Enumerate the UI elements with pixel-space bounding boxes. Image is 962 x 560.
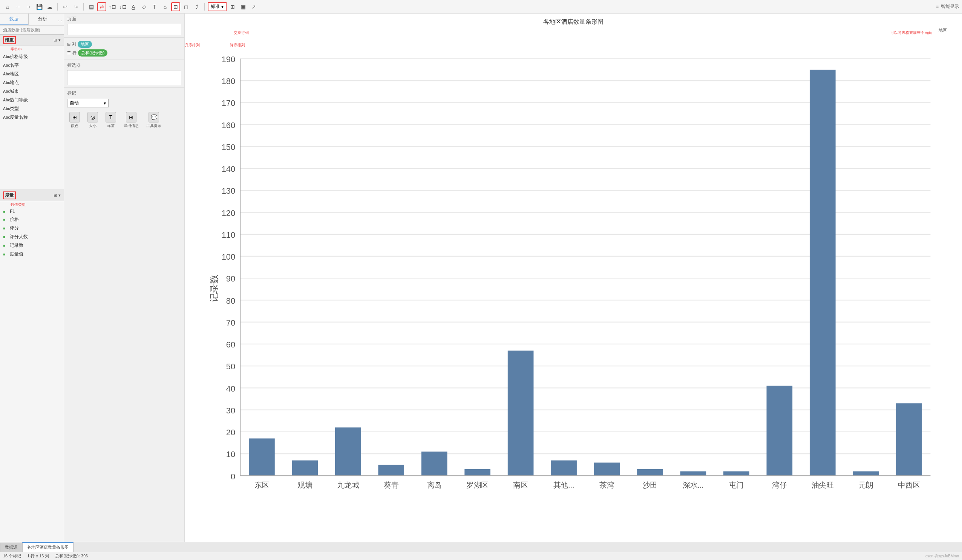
dimension-item-6[interactable]: Abc类型	[0, 104, 64, 113]
bar-2[interactable]	[335, 428, 361, 476]
main-area: 数据 分析 … 酒店数据 (酒店数据) 维度 ⊞ ▾ 字符串 Abc价格等级Ab…	[0, 14, 962, 542]
chart-title: 各地区酒店数量条形图	[185, 14, 962, 27]
bar-1[interactable]	[292, 460, 318, 476]
rows-label: 行	[73, 50, 76, 56]
dimension-item-1[interactable]: Abc名字	[0, 61, 64, 70]
filter-shelf[interactable]	[67, 70, 181, 85]
svg-text:110: 110	[222, 230, 235, 239]
sort-asc-btn[interactable]: ↑⊟	[108, 2, 117, 11]
dimension-item-4[interactable]: Abc城市	[0, 87, 64, 96]
redo-btn[interactable]: ↪	[71, 2, 80, 11]
measure-icons: ⊞ ▾	[53, 193, 61, 198]
dim-label: 度量名称	[10, 114, 28, 121]
back-btn[interactable]: ←	[14, 2, 23, 11]
middle-panel: 页面 ⊞ 列 地区 ☰ 行 总和(记录数) 筛选器 标记 自动	[64, 14, 185, 542]
measure-item-4[interactable]: ■记录数	[0, 241, 64, 250]
bar-15[interactable]	[896, 403, 922, 476]
tooltip-icon: 💬	[148, 112, 159, 123]
bar-8[interactable]	[594, 463, 620, 476]
bar-9[interactable]	[637, 469, 663, 476]
svg-text:180: 180	[222, 76, 235, 86]
device-btn[interactable]: ⊞	[228, 2, 237, 11]
columns-icon: ⊞	[67, 42, 71, 47]
measure-item-1[interactable]: ■价格	[0, 215, 64, 224]
toolbar: ⌂ ← → 💾 ☁ ↩ ↪ ▤ ⇄ ↑⊟ ↓⊟ A̲ ◇ T ⌂ ⊡ ◻ ⤴ 标…	[0, 0, 962, 14]
swap-btn[interactable]: ⇄	[97, 2, 106, 11]
columns-row: ⊞ 列 地区	[67, 40, 181, 48]
highlight-btn[interactable]: A̲	[129, 2, 138, 11]
share2-btn[interactable]: ↗	[249, 2, 258, 11]
bottom-tabs: 数据源各地区酒店数量条形图	[0, 542, 962, 552]
bar-12[interactable]	[767, 386, 793, 476]
data-tab[interactable]: 数据	[0, 14, 28, 25]
story-btn[interactable]: ▣	[239, 2, 248, 11]
marks-title: 标记	[67, 90, 181, 97]
dimension-type-hint: 字符串	[8, 46, 64, 52]
bar-11[interactable]	[723, 471, 749, 476]
standard-dropdown[interactable]: 标准 ▾	[208, 2, 226, 11]
bar-0[interactable]	[249, 438, 275, 476]
measure-item-3[interactable]: ■评分人数	[0, 232, 64, 241]
bar-5[interactable]	[465, 469, 491, 476]
row-pill[interactable]: 总和(记录数)	[78, 49, 107, 56]
dimension-item-3[interactable]: Abc地点	[0, 78, 64, 87]
svg-text:30: 30	[226, 405, 235, 415]
marks-buttons: ⊞ 颜色 ◎ 大小 T 标签 ⊞ 详细信息 💬 工具提示	[67, 110, 181, 130]
measure-type-hint: 数值类型	[8, 201, 64, 208]
column-pill[interactable]: 地区	[77, 41, 92, 48]
sidebar-options[interactable]: …	[56, 14, 64, 25]
marks-tooltip-btn[interactable]: 💬 工具提示	[144, 110, 164, 130]
bar-6[interactable]	[508, 350, 534, 476]
pages-shelf[interactable]	[67, 24, 181, 35]
bottom-tab-1[interactable]: 各地区酒店数量条形图	[22, 542, 74, 552]
label-btn[interactable]: T	[150, 2, 159, 11]
dimension-item-2[interactable]: Abc地区	[0, 70, 64, 78]
fit-btn[interactable]: ⊡	[171, 2, 180, 11]
dim-label: 地点	[10, 79, 19, 86]
bar-10[interactable]	[680, 471, 707, 476]
analysis-tab[interactable]: 分析	[29, 14, 57, 25]
dim-label: 类型	[10, 105, 19, 112]
bar-13[interactable]	[810, 70, 836, 476]
dim-type-icon: Abc	[3, 107, 8, 111]
detail-label: 详细信息	[124, 123, 139, 129]
marks-size-btn[interactable]: ◎ 大小	[85, 110, 100, 130]
forward-btn[interactable]: →	[24, 2, 33, 11]
dimension-icon2: ▾	[58, 38, 61, 43]
chart-svg: 记录数 010203040506070809010011012013014015…	[207, 33, 947, 527]
dimension-item-5[interactable]: Abc热门等级	[0, 96, 64, 104]
measure-item-5[interactable]: ■度量值	[0, 250, 64, 258]
fix-axes-btn[interactable]: ◻	[182, 2, 191, 11]
publish-btn[interactable]: ☁	[45, 2, 54, 11]
dim-type-icon: Abc	[3, 89, 8, 94]
bar-3[interactable]	[378, 465, 404, 476]
view-btn[interactable]: ▤	[87, 2, 96, 11]
size-icon: ◎	[87, 112, 98, 123]
undo-btn[interactable]: ↩	[61, 2, 70, 11]
sort-desc-btn[interactable]: ↓⊟	[118, 2, 128, 11]
source-label: 酒店数据 (酒店数据)	[0, 26, 64, 34]
share-btn[interactable]: ⤴	[192, 2, 201, 11]
bottom-tab-0[interactable]: 数据源	[0, 543, 22, 552]
bar-7[interactable]	[551, 460, 577, 476]
marks-color-btn[interactable]: ⊞ 颜色	[67, 110, 82, 130]
measure-item-0[interactable]: ■F1	[0, 208, 64, 215]
dimension-item-0[interactable]: Abc价格等级	[0, 52, 64, 61]
watermark: csdn @xgsJuBMmn	[925, 554, 959, 558]
columns-label: 列	[72, 42, 76, 47]
tooltip-btn[interactable]: ⌂	[161, 2, 169, 11]
dimensions-list: Abc价格等级Abc名字Abc地区Abc地点Abc城市Abc热门等级Abc类型A…	[0, 52, 64, 122]
group-btn[interactable]: ◇	[139, 2, 148, 11]
bar-4[interactable]	[421, 452, 447, 476]
tooltip-label: 工具提示	[146, 123, 161, 129]
marks-detail-btn[interactable]: ⊞ 详细信息	[121, 110, 141, 130]
marks-label-btn[interactable]: T 标签	[103, 110, 118, 130]
marks-dropdown[interactable]: 自动 ▾	[67, 99, 108, 107]
bar-14[interactable]	[853, 471, 879, 476]
dim-label: 价格等级	[10, 53, 28, 60]
home-btn[interactable]: ⌂	[3, 2, 12, 11]
measure-item-2[interactable]: ■评分	[0, 224, 64, 232]
marks-section: 标记 自动 ▾ ⊞ 颜色 ◎ 大小 T 标签 ⊞	[64, 88, 184, 542]
dimension-item-7[interactable]: Abc度量名称	[0, 113, 64, 122]
save-btn[interactable]: 💾	[35, 2, 44, 11]
